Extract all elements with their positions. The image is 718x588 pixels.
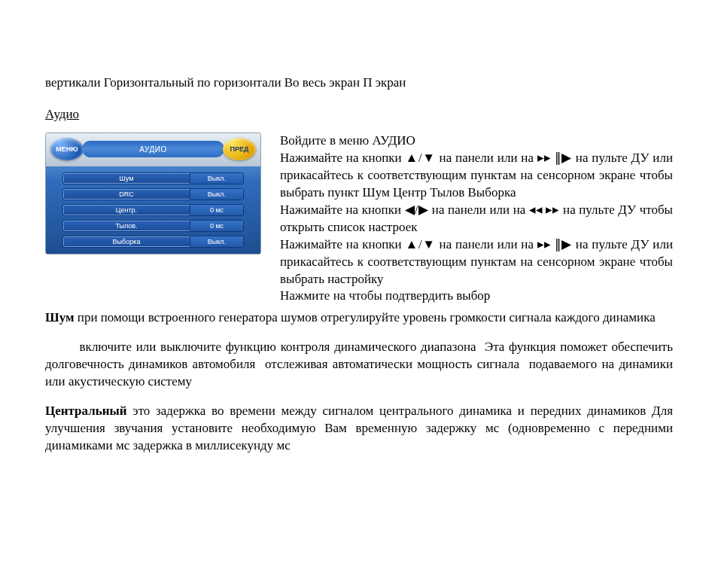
page: вертикали Горизонтальный по горизонтали … [0,0,718,588]
row-label: Центр. [63,205,190,215]
term-center: Центральный [45,404,127,418]
menu-header: МЕНЮ АУДИО ПРЕД [46,133,260,166]
row-value: Выкл. [190,189,243,200]
instruction-line: Нажимайте на кнопки ▲/▼ на панели или на… [280,236,673,288]
row-value: 0 мс [190,205,243,215]
paragraph-drc: включите или выключите функцию контроля … [45,339,673,391]
menu-row-drc[interactable]: DRC Выкл. [62,188,244,200]
instruction-line: Нажимайте на кнопки ▲/▼ на панели или на… [280,150,673,202]
row-label: Тылов. [63,221,190,231]
instruction-line: Войдите в меню АУДИО [280,133,673,150]
audio-menu-panel: МЕНЮ АУДИО ПРЕД Шум Выкл. DRC Выкл. Цент… [45,133,261,254]
row-value: Выкл. [190,173,243,184]
menu-row-center[interactable]: Центр. 0 мс [62,204,244,216]
menu-row-sample[interactable]: Выборка Выкл. [62,236,244,248]
menu-row-noise[interactable]: Шум Выкл. [62,172,244,184]
instructions: Войдите в меню АУДИО Нажимайте на кнопки… [280,133,673,305]
row-label: DRC [63,189,190,200]
menu-screenshot: МЕНЮ АУДИО ПРЕД Шум Выкл. DRC Выкл. Цент… [45,133,263,305]
row-value: 0 мс [190,221,243,231]
menu-title: АУДИО [82,141,224,157]
breadcrumb-line: вертикали Горизонтальный по горизонтали … [45,75,673,90]
menu-body: Шум Выкл. DRC Выкл. Центр. 0 мс Тылов. 0… [46,166,260,248]
paragraph-center: Центральный это задержка во времени межд… [45,403,673,455]
body-text: Шум при помощи встроенного генератора шу… [45,309,673,455]
menu-button[interactable]: МЕНЮ [50,138,84,160]
row-value: Выкл. [190,236,243,247]
row-label: Шум [63,173,190,184]
term-noise: Шум [45,310,75,324]
section-title: Аудио [45,107,673,122]
menu-row-rear[interactable]: Тылов. 0 мс [62,220,244,232]
prev-button[interactable]: ПРЕД [223,138,256,160]
instruction-line: Нажимайте на кнопки ◀/▶ на панели или на… [280,202,673,236]
paragraph-noise: Шум при помощи встроенного генератора шу… [45,309,673,327]
row-label: Выборка [63,236,190,247]
instruction-line: Нажмите на чтобы подтвердить выбор [280,288,673,305]
